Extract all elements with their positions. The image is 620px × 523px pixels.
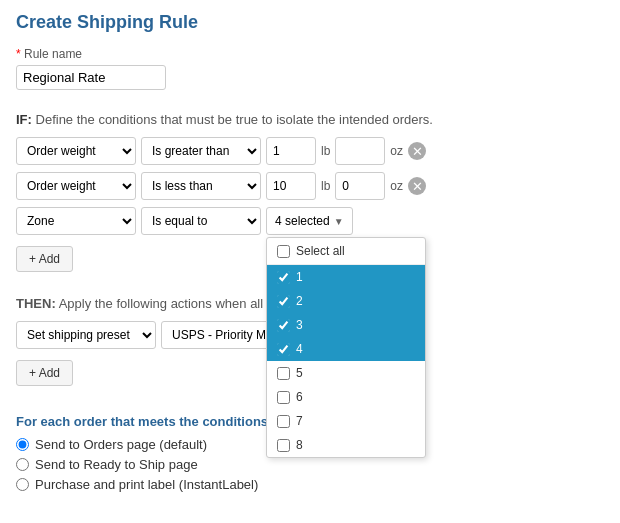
- cond3-field-select[interactable]: Order weight Zone: [16, 207, 136, 235]
- if-section-label: IF: Define the conditions that must be t…: [16, 112, 604, 127]
- zone-option-4[interactable]: 4: [267, 337, 425, 361]
- radio-orders-page-label: Send to Orders page (default): [35, 437, 207, 452]
- radio-row-2: Send to Ready to Ship page: [16, 457, 604, 472]
- zone-option-5[interactable]: 5: [267, 361, 425, 385]
- cond2-remove-button[interactable]: ✕: [408, 177, 426, 195]
- radio-instant-label[interactable]: [16, 478, 29, 491]
- radio-instant-label-label: Purchase and print label (InstantLabel): [35, 477, 258, 492]
- zone-option-3[interactable]: 3: [267, 313, 425, 337]
- zone-2-label: 2: [296, 294, 303, 308]
- radio-row-3: Purchase and print label (InstantLabel): [16, 477, 604, 492]
- zone-option-1[interactable]: 1: [267, 265, 425, 289]
- zone-2-checkbox[interactable]: [277, 295, 290, 308]
- cond2-oz-unit: oz: [390, 179, 403, 193]
- multiselect-dropdown-panel: Select all 1 2 3 4: [266, 237, 426, 458]
- zone-3-checkbox[interactable]: [277, 319, 290, 332]
- cond2-operator-select[interactable]: Is greater than Is less than Is equal to: [141, 172, 261, 200]
- rule-name-label: * Rule name: [16, 47, 604, 61]
- radio-ready-to-ship-label: Send to Ready to Ship page: [35, 457, 198, 472]
- cond2-lb-unit: lb: [321, 179, 330, 193]
- page-title: Create Shipping Rule: [16, 12, 604, 33]
- cond2-lb-input[interactable]: [266, 172, 316, 200]
- cond1-remove-button[interactable]: ✕: [408, 142, 426, 160]
- select-all-label: Select all: [296, 244, 345, 258]
- if-add-button[interactable]: + Add: [16, 246, 73, 272]
- zone-1-label: 1: [296, 270, 303, 284]
- zone-option-6[interactable]: 6: [267, 385, 425, 409]
- cond1-lb-input[interactable]: [266, 137, 316, 165]
- zone-6-checkbox[interactable]: [277, 391, 290, 404]
- zone-4-label: 4: [296, 342, 303, 356]
- cond3-operator-select[interactable]: Is greater than Is less than Is equal to: [141, 207, 261, 235]
- zone-5-checkbox[interactable]: [277, 367, 290, 380]
- cond1-operator-select[interactable]: Is greater than Is less than Is equal to: [141, 137, 261, 165]
- then-add-button[interactable]: + Add: [16, 360, 73, 386]
- zone-5-label: 5: [296, 366, 303, 380]
- zone-8-checkbox[interactable]: [277, 439, 290, 452]
- cond1-oz-input[interactable]: [335, 137, 385, 165]
- select-all-checkbox[interactable]: [277, 245, 290, 258]
- multiselect-label: 4 selected: [275, 214, 330, 228]
- multiselect-button[interactable]: 4 selected ▼: [266, 207, 353, 235]
- select-all-row[interactable]: Select all: [267, 238, 425, 265]
- action-field-select[interactable]: Set shipping preset: [16, 321, 156, 349]
- condition-row-2: Order weight Zone Is greater than Is les…: [16, 172, 604, 200]
- zone-option-8[interactable]: 8: [267, 433, 425, 457]
- multiselect-container: 4 selected ▼ Select all 1 2: [266, 207, 353, 235]
- radio-orders-page[interactable]: [16, 438, 29, 451]
- zone-7-label: 7: [296, 414, 303, 428]
- zone-1-checkbox[interactable]: [277, 271, 290, 284]
- zone-6-label: 6: [296, 390, 303, 404]
- zone-7-checkbox[interactable]: [277, 415, 290, 428]
- cond2-field-select[interactable]: Order weight Zone: [16, 172, 136, 200]
- rule-name-input[interactable]: [16, 65, 166, 90]
- cond1-lb-unit: lb: [321, 144, 330, 158]
- zone-3-label: 3: [296, 318, 303, 332]
- multiselect-arrow-icon: ▼: [334, 216, 344, 227]
- condition-row-1: Order weight Zone Is greater than Is les…: [16, 137, 604, 165]
- cond1-oz-unit: oz: [390, 144, 403, 158]
- zone-option-2[interactable]: 2: [267, 289, 425, 313]
- required-marker: *: [16, 47, 21, 61]
- condition-row-3: Order weight Zone Is greater than Is les…: [16, 207, 604, 235]
- zone-8-label: 8: [296, 438, 303, 452]
- radio-ready-to-ship[interactable]: [16, 458, 29, 471]
- zone-4-checkbox[interactable]: [277, 343, 290, 356]
- cond2-oz-input[interactable]: [335, 172, 385, 200]
- zone-option-7[interactable]: 7: [267, 409, 425, 433]
- cond1-field-select[interactable]: Order weight Zone: [16, 137, 136, 165]
